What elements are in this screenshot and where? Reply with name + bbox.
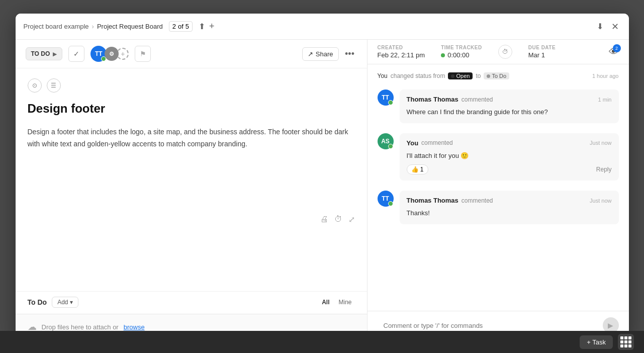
created-label: CREATED [378,45,425,50]
settings-icon[interactable]: ⊙ [28,78,42,93]
more-icon: ••• [345,49,354,59]
list-icon[interactable]: ☰ [47,78,61,93]
top-bar: Project board example › Project Request … [16,14,629,40]
share-label: Share [316,50,333,58]
grid-view-button[interactable] [618,334,634,350]
comment-2-text: I'll attach it for you 🙂 [407,151,612,161]
breadcrumb-separator: › [92,23,94,30]
file-drop-text: Drop files here to attach or [42,323,119,331]
comment-2-reactions: 👍 1 Reply [407,164,612,174]
breadcrumb-board[interactable]: Project Request Board [97,23,163,30]
status-badge-todo: To Do [484,72,509,79]
thumbs-up-reaction[interactable]: 👍 1 [407,164,428,174]
meta-bar: CREATED Feb 22, 2:11 pm TIME TRACKED 0:0… [367,40,629,64]
comment-2-verb: commented [421,139,453,146]
status-change-row: You changed status from Open to To Do 1 … [378,72,619,79]
comment-3-text: Thanks! [407,208,612,218]
close-icon[interactable]: ✕ [609,19,621,34]
top-bar-actions: ⬇ ✕ [595,19,621,34]
comment-3-time: Just now [590,198,611,204]
history-icon[interactable]: ⏱ [334,215,342,224]
comment-3-author: Thomas Thomas [407,197,458,204]
comment-2-time: Just now [590,140,611,146]
created-value: Feb 22, 2:11 pm [378,51,425,59]
task-bottom-icons: 🖨 ⏱ ⤢ [28,211,355,228]
status-to-text: to [476,72,481,79]
add-dropdown-icon: ▾ [70,299,73,306]
flag-button[interactable]: ⚑ [135,46,151,62]
comment-1-avatar: TT [378,90,394,106]
browse-link[interactable]: browse [124,323,145,331]
avatar-tt-initials: TT [95,50,103,57]
comment-1-time: 1 min [598,97,612,103]
comment-1-verb: commented [462,96,493,103]
add-todo-button[interactable]: Add ▾ [52,297,78,308]
due-date-value: Mar 1 [528,51,556,59]
task-icon-row: ⊙ ☰ [28,78,355,93]
right-panel: CREATED Feb 22, 2:11 pm TIME TRACKED 0:0… [367,40,629,339]
task-description: Design a footer that includes the logo, … [28,126,355,150]
download-icon[interactable]: ⬇ [595,20,605,33]
status-change-text: changed status from [391,72,445,79]
status-button[interactable]: TO DO ▶ [26,47,63,60]
comment-1-author: Thomas Thomas [407,96,458,103]
todo-dot [487,74,490,78]
gear-icon: ⚙ [109,51,114,57]
add-task-label: + Task [587,338,606,346]
export-icon[interactable]: ⬆ [197,20,207,33]
add-tab-icon[interactable]: + [207,19,217,34]
add-task-button[interactable]: + Task [580,335,613,349]
more-options-button[interactable]: ••• [343,47,357,61]
grid-icon [620,336,631,347]
page-num: 2 [172,23,176,30]
time-dot [441,53,445,57]
avatar-gear[interactable]: ⚙ [105,47,119,61]
share-icon: ↗ [308,50,313,58]
task-header-right-actions: ↗ Share ••• [302,47,357,61]
page-total: 5 [186,23,189,30]
filter-all-button[interactable]: All [319,298,332,307]
comment-1-text: Where can I find the branding guide for … [407,107,612,117]
time-tracked-value: 0:00:00 [441,51,482,59]
comment-2-header: You commented Just now [407,139,612,147]
left-panel: TO DO ▶ ✓ TT ⚙ + ⚑ [16,40,367,339]
comment-2-avatar: AS [378,133,394,149]
comment-3-body: Thomas Thomas commented Just now Thanks! [400,191,619,224]
page-of: of [178,23,183,30]
expand-icon[interactable]: ⤢ [348,215,355,224]
watchers-button[interactable]: 👁 2 [609,46,619,58]
add-label: Add [57,299,68,306]
todo-label: To Do [28,298,47,306]
todo-section: To Do Add ▾ All Mine [16,291,367,314]
check-icon: ✓ [73,50,79,58]
flag-icon: ⚑ [140,50,146,58]
meta-time-tracked: TIME TRACKED 0:00:00 [441,45,482,59]
meta-due-date: DUE DATE Mar 1 [528,45,556,59]
reply-button[interactable]: Reply [596,166,612,173]
status-label: TO DO [31,50,50,57]
comment-1-body: Thomas Thomas commented 1 min Where can … [400,90,619,123]
meta-timer: ⏱ [498,45,512,59]
avatar-group: TT ⚙ + [90,46,129,62]
status-change-time: 1 hour ago [592,73,619,79]
comment-2-body: You commented Just now I'll attach it fo… [400,133,619,181]
filter-mine-button[interactable]: Mine [335,298,354,307]
status-arrow-icon: ▶ [53,51,57,57]
meta-created: CREATED Feb 22, 2:11 pm [378,45,425,59]
check-button[interactable]: ✓ [68,46,84,62]
breadcrumb: Project board example › Project Request … [24,23,163,30]
breadcrumb-project[interactable]: Project board example [24,23,89,30]
share-button[interactable]: ↗ Share [302,47,339,61]
comment-2-author: You [407,139,419,147]
comment-1: TT Thomas Thomas commented 1 min Where c… [378,90,619,123]
status-badge-open: Open [448,72,473,79]
print-icon[interactable]: 🖨 [320,215,328,224]
send-icon: ▶ [608,321,613,329]
timer-icon[interactable]: ⏱ [498,45,512,59]
comment-3: TT Thomas Thomas commented Just now Than… [378,191,619,224]
comment-2: AS You commented Just now I'll attach it… [378,133,619,181]
page-counter[interactable]: 2 of 5 [169,21,193,32]
task-content: ⊙ ☰ Design footer Design a footer that i… [16,68,367,291]
main-area: TO DO ▶ ✓ TT ⚙ + ⚑ [16,40,629,339]
comment-3-avatar: TT [378,191,394,207]
